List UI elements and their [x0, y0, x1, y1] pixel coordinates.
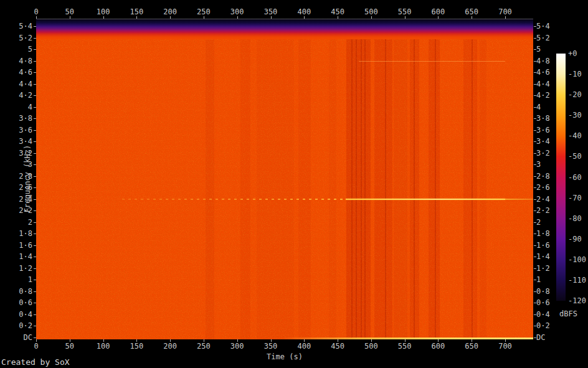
x-tick-top [36, 16, 37, 19]
y-tick-label-left: 2·2 [0, 206, 32, 215]
y-tick-left [34, 199, 36, 200]
x-tick-top [271, 16, 272, 19]
colorbar-tick-label: -60 [568, 173, 582, 182]
y-tick-left [34, 164, 36, 165]
x-tick-label-top: 150 [130, 7, 144, 16]
x-tick-label-bottom: 600 [432, 342, 445, 351]
x-tick-label-bottom: 150 [130, 342, 144, 351]
y-tick-label-right: 2·8 [536, 172, 550, 181]
y-tick-left [34, 303, 36, 303]
colorbar-tick-label: -70 [568, 194, 582, 202]
y-tick-label-left: 1·6 [0, 241, 32, 250]
colorbar-tick-label: -90 [568, 235, 582, 243]
colorbar-tick-label: -110 [568, 276, 586, 285]
y-tick-left [34, 141, 36, 142]
x-tick-label-top: 700 [498, 7, 512, 16]
speckle-noise-texture [36, 19, 533, 339]
x-axis-title: Time (s) [267, 352, 303, 361]
y-tick-label-right: 0·8 [536, 287, 550, 296]
y-tick-label-left: 4·8 [0, 57, 32, 65]
y-tick-label-left: 0·8 [0, 287, 32, 296]
tone-2_4khz-segment [122, 199, 346, 200]
y-tick-label-right: 2·6 [536, 183, 550, 192]
y-tick-label-right: 3·6 [536, 126, 550, 134]
created-by-sox-credit: Created by SoX [1, 357, 70, 367]
x-tick-top [438, 16, 439, 19]
nyquist-rolloff-band [36, 19, 533, 39]
y-tick-left [34, 38, 36, 39]
x-tick-label-top: 450 [331, 7, 344, 16]
x-tick-top [70, 16, 70, 19]
colorbar-tick-label: -30 [568, 111, 582, 120]
x-tick-top [472, 16, 472, 19]
y-tick-label-left: 1·4 [0, 252, 32, 261]
y-tick-left [34, 337, 36, 338]
y-tick-left [34, 107, 36, 108]
y-tick-label-right: 2 [536, 218, 541, 227]
y-tick-label-right: 1 [536, 275, 541, 284]
x-tick-label-top: 0 [34, 7, 38, 16]
y-tick-left [34, 245, 36, 246]
y-tick-label-left: 1·2 [0, 264, 32, 273]
y-tick-left [34, 222, 36, 223]
y-tick-left [34, 72, 36, 73]
y-tick-left [34, 61, 36, 62]
y-tick-left [34, 210, 36, 211]
x-tick-label-top: 100 [97, 7, 110, 16]
y-tick-label-right: 3 [536, 160, 541, 169]
y-tick-label-left: 0·4 [0, 310, 32, 319]
y-tick-label-right: 5·4 [536, 22, 550, 31]
y-tick-left [34, 176, 36, 177]
x-tick-label-bottom: 400 [297, 342, 311, 351]
x-tick-label-bottom: 550 [398, 342, 412, 351]
x-tick-top [237, 16, 238, 19]
tone-4_8khz-line [359, 61, 505, 62]
y-tick-label-left: 0·6 [0, 298, 32, 307]
x-tick-top [103, 16, 104, 19]
y-tick-label-right: 1·4 [536, 252, 550, 261]
y-tick-left [34, 84, 36, 85]
x-tick-label-top: 500 [364, 7, 378, 16]
sox-spectrogram-window: Frequency (kHz) Time (s) dBFS Created by… [0, 0, 588, 368]
tone-2_4khz-segment [505, 199, 533, 200]
y-tick-label-right: 3·8 [536, 114, 550, 123]
x-tick-label-bottom: 250 [197, 342, 211, 351]
colorbar-tick-label: -120 [568, 296, 586, 305]
y-tick-label-right: 3·2 [536, 149, 550, 158]
y-tick-left [34, 26, 36, 27]
colorbar-tick-label: -50 [568, 152, 582, 161]
x-tick-top [371, 16, 372, 19]
x-tick-top [170, 16, 171, 19]
y-tick-label-right: 2·2 [536, 206, 550, 215]
y-tick-label-right: 3·4 [536, 137, 550, 146]
y-tick-left [34, 187, 36, 188]
y-tick-left [34, 153, 36, 154]
y-tick-label-left: 2·6 [0, 183, 32, 192]
x-tick-top [505, 16, 506, 19]
x-tick-label-bottom: 700 [498, 342, 512, 351]
y-tick-label-left: 4·4 [0, 80, 32, 88]
y-tick-label-left: 2·8 [0, 172, 32, 181]
y-tick-label-right: 1·2 [536, 264, 550, 273]
y-tick-left [34, 130, 36, 131]
y-tick-label-left: 1·8 [0, 229, 32, 238]
colorbar-tick-label: -80 [568, 214, 582, 223]
x-tick-top [405, 16, 405, 19]
y-tick-label-left: 5·2 [0, 34, 32, 42]
y-tick-label-right: DC [536, 333, 545, 342]
y-tick-label-left: 5 [0, 45, 32, 54]
x-tick-label-bottom: 350 [264, 342, 278, 351]
y-tick-label-left: 3·6 [0, 126, 32, 134]
y-tick-left [34, 257, 36, 257]
y-tick-label-left: 2·4 [0, 195, 32, 204]
y-tick-label-right: 4 [536, 103, 541, 111]
y-tick-label-right: 4·2 [536, 91, 550, 100]
x-tick-label-top: 200 [163, 7, 177, 16]
y-tick-label-right: 1·6 [536, 241, 550, 250]
dc-component-line [281, 337, 533, 339]
y-tick-left [34, 118, 36, 119]
y-tick-left [34, 95, 36, 96]
x-tick-label-bottom: 650 [465, 342, 478, 351]
y-tick-label-right: 5·2 [536, 34, 550, 42]
x-tick-top [338, 16, 338, 19]
